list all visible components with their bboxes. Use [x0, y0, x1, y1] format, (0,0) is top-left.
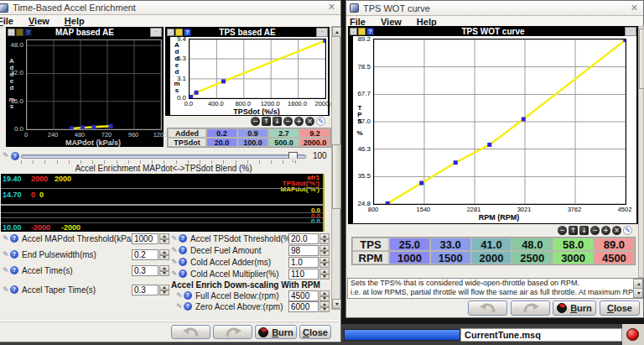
table-cell[interactable]: 58.0 — [553, 238, 594, 251]
chart-titlebar[interactable]: .. ? TPS based AE .. — [165, 27, 330, 37]
spinner[interactable] — [159, 249, 169, 260]
scroll-thumb[interactable] — [332, 144, 341, 209]
accel-mapdot-threshold-input[interactable] — [132, 233, 158, 244]
table-cell[interactable]: 1000 — [389, 251, 430, 264]
scale-up-icon[interactable]: + — [294, 117, 304, 126]
edit-icon[interactable]: ✎ — [316, 117, 325, 126]
window-box-icon[interactable]: .. — [167, 29, 174, 36]
table-cell[interactable]: 20.0 — [206, 138, 237, 147]
menu-view[interactable]: View — [29, 16, 49, 26]
spinner[interactable] — [319, 290, 330, 301]
pencil-icon[interactable]: ✎ — [3, 152, 9, 159]
spinner[interactable] — [159, 285, 169, 295]
cold-accel-adder-input[interactable] — [288, 257, 319, 268]
scroll-thumb[interactable] — [639, 29, 644, 89]
table-cell[interactable]: 41.0 — [471, 238, 512, 251]
pencil-icon[interactable]: ✎ — [171, 247, 178, 254]
edit-icon[interactable]: ✎ — [623, 226, 632, 235]
table-cell[interactable]: 48.0 — [512, 238, 553, 251]
redo-button[interactable] — [511, 301, 550, 316]
pencil-icon[interactable]: ✎ — [176, 292, 183, 300]
spinner[interactable] — [159, 233, 169, 244]
table-cell[interactable]: 89.0 — [594, 238, 635, 251]
table-cell[interactable]: 2.7 — [268, 128, 299, 138]
window-titlebar[interactable]: Time-Based Accel Enrichment ✕ — [0, 1, 340, 15]
table-cell[interactable]: 4500 — [594, 251, 635, 264]
spinner[interactable] — [159, 265, 169, 276]
map-based-ae-plot[interactable] — [26, 39, 162, 130]
close-icon[interactable]: ✕ — [631, 3, 638, 13]
table-cell[interactable]: 33.0 — [430, 238, 471, 251]
help-icon[interactable]: ? — [179, 234, 187, 243]
table-cell[interactable]: 0.2 — [206, 128, 237, 138]
tps-based-ae-plot[interactable] — [189, 39, 326, 99]
help-icon[interactable]: ? — [184, 302, 192, 311]
help-scrollbar[interactable] — [633, 279, 642, 298]
spinner[interactable] — [319, 257, 330, 268]
help-icon[interactable]: ? — [179, 246, 187, 254]
help-icon[interactable]: ? — [10, 250, 18, 259]
table-cell[interactable]: 25.0 — [389, 238, 430, 251]
accel-taper-time-input[interactable] — [132, 285, 158, 295]
table-cell[interactable]: 2000.0 — [299, 138, 330, 147]
scroll-down-button[interactable] — [633, 288, 643, 298]
shift-up-icon[interactable]: ↑ — [569, 226, 578, 235]
menu-help[interactable]: Help — [417, 17, 437, 27]
burn-button[interactable]: Burn — [553, 301, 596, 316]
scroll-down-button[interactable] — [332, 299, 341, 309]
menu-help[interactable]: Help — [65, 16, 85, 26]
current-tune-field[interactable]: CurrentTune.msq — [460, 328, 622, 342]
table-cell[interactable]: 500.0 — [268, 138, 299, 147]
spinner[interactable] — [319, 245, 330, 256]
menu-view[interactable]: View — [381, 17, 402, 27]
window-scrollbar[interactable] — [638, 26, 644, 278]
decel-fuel-amount-input[interactable] — [288, 245, 319, 256]
reset-icon[interactable]: × — [305, 117, 314, 126]
pencil-icon[interactable]: ✎ — [176, 303, 183, 311]
help-icon[interactable]: ? — [10, 234, 18, 243]
help-icon[interactable]: ? — [24, 29, 32, 36]
shift-down-icon[interactable]: ↓ — [579, 226, 589, 235]
full-accel-below-input[interactable] — [288, 290, 319, 301]
reset-icon[interactable]: × — [612, 226, 621, 235]
help-icon[interactable]: ? — [10, 285, 18, 294]
scale-down-icon[interactable]: − — [283, 117, 293, 126]
scale-down-icon[interactable]: − — [590, 226, 600, 235]
undo-button[interactable] — [171, 325, 210, 339]
table-cell[interactable]: 0.9 — [237, 128, 268, 138]
cold-accel-multiplier-input[interactable] — [288, 269, 319, 280]
pencil-icon[interactable]: ✎ — [171, 259, 178, 266]
scale-up-icon[interactable]: + — [601, 226, 610, 235]
help-icon[interactable]: ? — [10, 266, 18, 274]
table-cell[interactable]: 2000 — [471, 251, 512, 264]
note-icon[interactable] — [16, 29, 23, 36]
close-button[interactable]: Close — [299, 325, 331, 339]
blend-slider-track[interactable] — [21, 154, 306, 159]
help-icon[interactable]: ? — [11, 152, 19, 160]
table-cell[interactable]: 100.0 — [237, 138, 268, 147]
spinner[interactable] — [319, 301, 330, 312]
table-cell[interactable]: 9.2 — [299, 128, 330, 138]
redo-button[interactable] — [213, 325, 252, 339]
window-box-icon[interactable]: .. — [350, 28, 357, 35]
pencil-icon[interactable]: ✎ — [171, 235, 178, 243]
menu-file[interactable]: File — [350, 17, 366, 27]
spinner[interactable] — [319, 233, 330, 244]
note-icon[interactable] — [175, 29, 183, 36]
tps-wot-curve-plot[interactable] — [373, 39, 626, 205]
end-pulsewidth-input[interactable] — [132, 249, 158, 260]
help-icon[interactable]: ? — [179, 269, 187, 278]
pencil-icon[interactable]: ✎ — [3, 235, 9, 243]
burn-button[interactable]: Burn — [255, 325, 297, 339]
pencil-icon[interactable]: ✎ — [3, 251, 9, 259]
window-box-icon[interactable]: .. — [8, 29, 15, 36]
undo-button[interactable] — [468, 301, 507, 316]
close-button[interactable]: Close — [600, 301, 640, 316]
table-cell[interactable]: 3000 — [553, 251, 594, 264]
spinner[interactable] — [319, 269, 330, 280]
menu-file[interactable]: File — [0, 16, 13, 26]
chart-menu-button[interactable]: .. — [625, 27, 636, 36]
zero-accel-above-input[interactable] — [288, 301, 319, 312]
help-icon[interactable]: ? — [179, 258, 187, 266]
shift-up-icon[interactable]: ↑ — [262, 117, 271, 126]
